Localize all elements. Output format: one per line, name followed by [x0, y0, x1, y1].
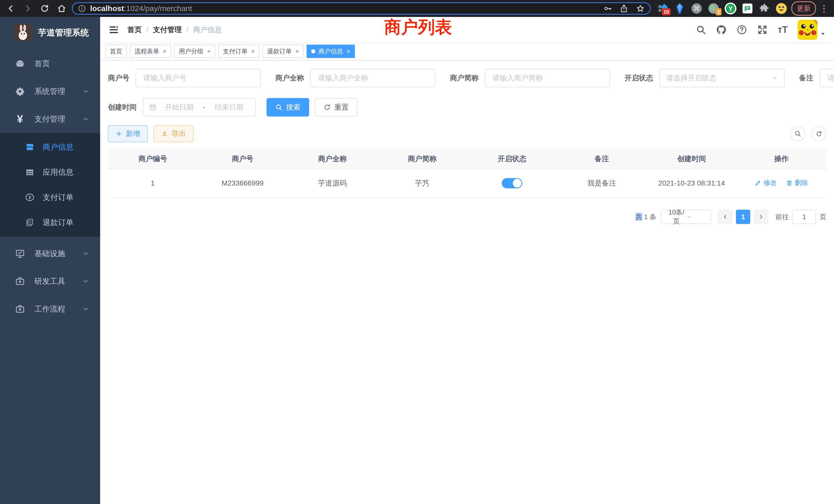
command-extension-icon[interactable]: ⌘: [691, 3, 703, 14]
sidebar-item-dev-tools[interactable]: 研发工具: [0, 268, 100, 295]
sidebar-item-pay-order[interactable]: ¥ 支付订单: [0, 185, 100, 210]
y-extension-icon[interactable]: Y: [725, 3, 737, 14]
status-toggle[interactable]: [502, 178, 522, 188]
puzzle-extensions-icon[interactable]: [759, 3, 770, 14]
sidebar-menu: 首页 系统管理 ¥ 支付管理: [0, 50, 100, 323]
sidebar-item-refund-order[interactable]: 退款订单: [0, 210, 100, 235]
sidebar-item-workflow[interactable]: 工作流程: [0, 295, 100, 323]
chevron-left-icon: [722, 214, 728, 220]
github-icon[interactable]: [716, 24, 727, 35]
sidebar-logo[interactable]: 芋道管理系统: [0, 17, 100, 46]
filter-label-full-name: 商户全称: [275, 73, 304, 83]
share-icon[interactable]: [620, 4, 628, 13]
export-button-label: 导出: [172, 129, 186, 139]
chevron-right-icon: [758, 214, 764, 220]
search-button-label: 搜索: [286, 102, 301, 112]
home-icon[interactable]: [57, 3, 67, 14]
create-time-range-picker[interactable]: 开始日期 - 结束日期: [143, 98, 256, 116]
date-range-separator: -: [202, 103, 206, 111]
refresh-list-button[interactable]: [811, 126, 826, 141]
search-icon: [275, 104, 282, 111]
start-date-placeholder[interactable]: 开始日期: [159, 102, 200, 112]
sidebar-item-infra[interactable]: 基础设施: [0, 240, 100, 268]
col-create-time: 创建时间: [647, 149, 737, 169]
export-button[interactable]: 导出: [154, 125, 194, 142]
breadcrumb-current: 商户信息: [193, 25, 222, 35]
delete-link[interactable]: 删除: [786, 178, 808, 187]
chrome-update-button[interactable]: 更新: [791, 1, 816, 16]
sidebar-item-home[interactable]: 首页: [0, 50, 100, 77]
goto-page-input[interactable]: [792, 210, 816, 224]
remark-input[interactable]: [820, 69, 834, 87]
chat-extension-icon[interactable]: [742, 3, 753, 14]
trash-icon: [786, 180, 793, 186]
cell-status: [467, 169, 557, 198]
sidebar-item-app-info[interactable]: 应用信息: [0, 160, 100, 185]
close-icon[interactable]: ×: [163, 48, 167, 55]
add-button[interactable]: 新增: [108, 125, 148, 142]
end-date-placeholder[interactable]: 结束日期: [208, 102, 249, 112]
close-icon[interactable]: ×: [251, 48, 255, 55]
page-content: 商户号 商户全称 商户简称 开启状态 请选择开启状态: [100, 61, 834, 504]
filter-label-remark: 备注: [799, 73, 813, 83]
page-size-select[interactable]: 10条/页: [661, 210, 711, 224]
search-icon[interactable]: [696, 25, 706, 35]
status-select-placeholder: 请选择开启状态: [666, 73, 771, 83]
full-name-input[interactable]: [310, 69, 436, 87]
breadcrumb-pay[interactable]: 支付管理: [153, 25, 182, 35]
filter-label-create-time: 创建时间: [108, 102, 137, 112]
sidebar-item-label: 商户信息: [43, 142, 73, 153]
merchant-no-input[interactable]: [136, 69, 261, 87]
breadcrumb-separator: /: [146, 26, 148, 34]
sidebar-item-system[interactable]: 系统管理: [0, 77, 100, 105]
star-icon[interactable]: [636, 4, 645, 13]
yen-icon: ¥: [14, 114, 26, 124]
url-bar[interactable]: localhost:1024/pay/merchant: [72, 2, 651, 15]
key-icon[interactable]: [603, 4, 612, 13]
hamburger-fold-icon[interactable]: [108, 24, 119, 35]
info-icon[interactable]: [78, 4, 86, 13]
font-size-icon[interactable]: тT: [777, 24, 788, 35]
gem-extension-icon[interactable]: [674, 3, 686, 14]
sidebar-item-label: 支付订单: [43, 192, 73, 203]
sidebar-item-pay[interactable]: ¥ 支付管理: [0, 105, 100, 133]
extension-badge: 1: [716, 8, 722, 16]
page-number-1[interactable]: 1: [736, 210, 750, 224]
tab-refund-order[interactable]: 退款订单×: [262, 45, 304, 58]
sidebar-item-merchant-info[interactable]: 商户信息: [0, 135, 100, 160]
chrome-menu-icon[interactable]: ⋮: [820, 3, 828, 14]
back-icon[interactable]: [6, 3, 16, 14]
close-icon[interactable]: ×: [295, 48, 299, 55]
tab-pay-order[interactable]: 支付订单×: [218, 45, 259, 58]
tab-home[interactable]: 首页: [105, 45, 127, 58]
tab-process-form[interactable]: 流程表单×: [130, 45, 171, 58]
green-dot-extension-icon[interactable]: 1: [708, 3, 720, 14]
yen-circle-icon: ¥: [25, 193, 35, 202]
next-page-button[interactable]: [754, 210, 768, 224]
blue-diamond-extension-icon[interactable]: 10: [657, 3, 668, 14]
fullscreen-icon[interactable]: [757, 24, 768, 35]
refresh-icon[interactable]: [40, 3, 50, 14]
short-name-input[interactable]: [485, 69, 610, 87]
breadcrumb-home[interactable]: 首页: [127, 25, 142, 35]
question-icon[interactable]: [737, 24, 747, 35]
status-select[interactable]: 请选择开启状态: [659, 69, 785, 87]
filter-label-merchant-no: 商户号: [108, 73, 129, 83]
tab-user-group[interactable]: 用户分组×: [174, 45, 215, 58]
edit-link-label: 修改: [763, 178, 777, 187]
edit-link[interactable]: 修改: [755, 178, 777, 187]
user-menu[interactable]: [797, 20, 826, 40]
close-icon[interactable]: ×: [207, 48, 211, 55]
close-icon[interactable]: ×: [347, 48, 350, 55]
toggle-search-button[interactable]: [790, 126, 805, 141]
reset-button[interactable]: 重置: [315, 98, 357, 116]
col-merchant-no: 商户号: [198, 149, 288, 169]
annotation-title: 商户列表: [384, 18, 452, 37]
tab-label: 流程表单: [135, 47, 159, 55]
forward-icon[interactable]: [23, 3, 33, 14]
emoji-profile-icon[interactable]: [775, 3, 787, 14]
tab-merchant-info[interactable]: 商户信息×: [307, 45, 355, 58]
prev-page-button[interactable]: [718, 210, 732, 224]
cell-merchant-id: 1: [108, 169, 198, 198]
search-button[interactable]: 搜索: [266, 98, 309, 116]
